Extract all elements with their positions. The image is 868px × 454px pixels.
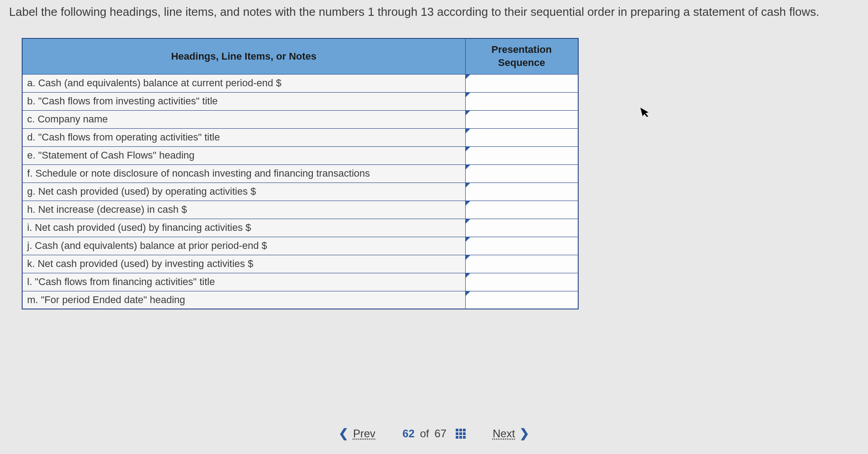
sequence-input[interactable] — [466, 147, 578, 164]
sequence-input[interactable] — [466, 93, 578, 110]
prev-label: Prev — [353, 427, 375, 440]
row-label: m. "For period Ended date" heading — [22, 291, 465, 309]
table-row: k. Net cash provided (used) by investing… — [22, 255, 578, 273]
dropdown-indicator-icon — [465, 255, 471, 260]
sequence-cell[interactable] — [465, 291, 578, 309]
of-label: of — [420, 427, 429, 440]
table-row: d. "Cash flows from operating activities… — [22, 128, 578, 146]
row-label: d. "Cash flows from operating activities… — [22, 128, 465, 146]
navigation-bar: ❮ Prev 62 of 67 Next ❯ — [0, 426, 868, 440]
next-label: Next — [493, 427, 515, 440]
current-page: 62 — [402, 427, 415, 440]
row-label: b. "Cash flows from investing activities… — [22, 92, 465, 110]
row-label: e. "Statement of Cash Flows" heading — [22, 146, 465, 164]
dropdown-indicator-icon — [465, 183, 471, 188]
sequence-input[interactable] — [466, 75, 578, 92]
sequence-input[interactable] — [466, 237, 578, 255]
row-label: f. Schedule or note disclosure of noncas… — [22, 164, 465, 183]
dropdown-indicator-icon — [465, 273, 471, 278]
dropdown-indicator-icon — [465, 291, 471, 296]
row-label: h. Net increase (decrease) in cash $ — [22, 201, 465, 219]
sequence-cell[interactable] — [465, 255, 578, 273]
chevron-right-icon: ❯ — [519, 426, 529, 440]
row-label: j. Cash (and equivalents) balance at pri… — [22, 237, 465, 255]
sequence-cell[interactable] — [465, 237, 578, 255]
sequence-cell[interactable] — [465, 146, 578, 164]
header-sequence: Presentation Sequence — [465, 38, 578, 74]
table-row: h. Net increase (decrease) in cash $ — [22, 201, 578, 219]
sequence-cell[interactable] — [465, 201, 578, 219]
sequence-cell[interactable] — [465, 92, 578, 110]
sequence-input[interactable] — [466, 255, 578, 273]
sequence-input[interactable] — [466, 111, 578, 128]
sequence-input[interactable] — [466, 129, 578, 146]
sequence-cell[interactable] — [465, 273, 578, 291]
chevron-left-icon: ❮ — [339, 426, 349, 440]
next-button[interactable]: Next ❯ — [493, 426, 529, 440]
sequence-cell[interactable] — [465, 128, 578, 146]
grid-icon[interactable] — [456, 429, 466, 439]
dropdown-indicator-icon — [465, 92, 471, 98]
row-label: l. "Cash flows from financing activities… — [22, 273, 465, 291]
dropdown-indicator-icon — [465, 237, 471, 242]
sequence-input[interactable] — [466, 291, 578, 309]
header-headings: Headings, Line Items, or Notes — [22, 38, 465, 74]
sequence-input[interactable] — [466, 201, 578, 219]
sequence-cell[interactable] — [465, 219, 578, 237]
dropdown-indicator-icon — [465, 74, 471, 80]
dropdown-indicator-icon — [465, 146, 471, 152]
sequence-table: Headings, Line Items, or Notes Presentat… — [22, 38, 579, 309]
table-row: g. Net cash provided (used) by operating… — [22, 183, 578, 201]
sequence-cell[interactable] — [465, 110, 578, 128]
table-row: b. "Cash flows from investing activities… — [22, 92, 578, 110]
sequence-input[interactable] — [466, 165, 578, 183]
row-label: c. Company name — [22, 110, 465, 128]
row-label: i. Net cash provided (used) by financing… — [22, 219, 465, 237]
row-label: a. Cash (and equivalents) balance at cur… — [22, 74, 465, 92]
row-label: k. Net cash provided (used) by investing… — [22, 255, 465, 273]
table-row: m. "For period Ended date" heading — [22, 291, 578, 309]
table-row: i. Net cash provided (used) by financing… — [22, 219, 578, 237]
prev-button[interactable]: ❮ Prev — [339, 426, 375, 440]
dropdown-indicator-icon — [465, 219, 471, 224]
page-indicator: 62 of 67 — [402, 427, 465, 440]
sequence-input[interactable] — [466, 183, 578, 201]
table-row: e. "Statement of Cash Flows" heading — [22, 146, 578, 164]
table-row: j. Cash (and equivalents) balance at pri… — [22, 237, 578, 255]
sequence-cell[interactable] — [465, 183, 578, 201]
dropdown-indicator-icon — [465, 201, 471, 206]
sequence-cell[interactable] — [465, 74, 578, 92]
dropdown-indicator-icon — [465, 110, 471, 116]
sequence-input[interactable] — [466, 219, 578, 237]
table-row: f. Schedule or note disclosure of noncas… — [22, 164, 578, 183]
sequence-input[interactable] — [466, 273, 578, 291]
row-label: g. Net cash provided (used) by operating… — [22, 183, 465, 201]
total-pages: 67 — [434, 427, 447, 440]
dropdown-indicator-icon — [465, 128, 471, 134]
dropdown-indicator-icon — [465, 164, 471, 170]
instruction-text: Label the following headings, line items… — [0, 0, 868, 20]
table-row: c. Company name — [22, 110, 578, 128]
table-container: Headings, Line Items, or Notes Presentat… — [22, 38, 868, 309]
table-row: l. "Cash flows from financing activities… — [22, 273, 578, 291]
table-row: a. Cash (and equivalents) balance at cur… — [22, 74, 578, 92]
sequence-cell[interactable] — [465, 164, 578, 183]
